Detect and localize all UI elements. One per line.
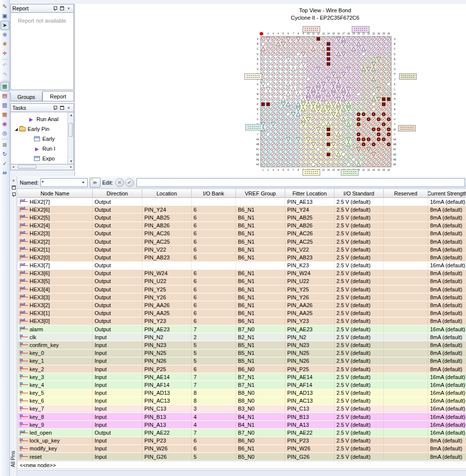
- current-strength-cell[interactable]: 8mA (default): [428, 310, 466, 317]
- io-standard-cell[interactable]: 2.5 V (default): [334, 222, 384, 229]
- vref-group-cell[interactable]: B6_N1: [236, 214, 285, 221]
- location-cell[interactable]: PIN_AC13: [142, 397, 192, 405]
- direction-cell[interactable]: Output: [93, 214, 142, 221]
- reserved-cell[interactable]: [384, 214, 428, 221]
- fitter-location-cell[interactable]: PIN_V22: [285, 246, 334, 253]
- location-cell[interactable]: PIN_AE22: [142, 429, 192, 436]
- vref-group-cell[interactable]: B5_N1: [236, 349, 285, 357]
- io-standard-cell[interactable]: 2.5 V (default): [334, 317, 384, 325]
- current-strength-cell[interactable]: 8mA (default): [428, 357, 466, 365]
- current-strength-cell[interactable]: 16mA (default): [428, 198, 466, 205]
- report-pin-icon[interactable]: [52, 5, 58, 11]
- io-bank-cell[interactable]: 7: [192, 381, 236, 388]
- location-cell[interactable]: PIN_V22: [142, 246, 192, 253]
- io-standard-cell[interactable]: 2.5 V (default): [334, 230, 384, 237]
- fitter-location-cell[interactable]: PIN_Y24: [285, 206, 334, 213]
- direction-cell[interactable]: Input: [93, 445, 142, 452]
- current-strength-cell[interactable]: 8mA (default): [428, 286, 466, 293]
- vref-group-cell[interactable]: B2_N1: [236, 333, 285, 341]
- direction-cell[interactable]: Output: [93, 301, 142, 309]
- report-view-icon[interactable]: ▥: [0, 100, 9, 110]
- location-cell[interactable]: PIN_G26: [142, 453, 192, 460]
- location-cell[interactable]: PIN_W24: [142, 270, 192, 277]
- current-strength-cell[interactable]: 16mA (default): [428, 373, 466, 381]
- pin-row-HEX2-7-[interactable]: out▸HEX2[7]OutputPIN_AE132.5 V (default)…: [18, 198, 466, 206]
- vref-group-cell[interactable]: B7_N0: [236, 429, 285, 436]
- direction-cell[interactable]: Output: [93, 325, 142, 333]
- reserved-cell[interactable]: [384, 246, 428, 253]
- reserved-cell[interactable]: [384, 222, 428, 229]
- reserved-cell[interactable]: [384, 270, 428, 277]
- current-strength-cell[interactable]: 8mA (default): [428, 270, 466, 277]
- pin-list-icon[interactable]: ▤: [0, 91, 9, 100]
- io-standard-cell[interactable]: 2.5 V (default): [334, 357, 384, 365]
- io-standard-cell[interactable]: 2.5 V (default): [334, 278, 384, 285]
- location-cell[interactable]: PIN_N2: [142, 333, 192, 341]
- edit-value-input[interactable]: [136, 178, 465, 187]
- location-cell[interactable]: PIN_U22: [142, 278, 192, 285]
- fitter-location-cell[interactable]: PIN_AA25: [285, 310, 334, 317]
- fitter-location-cell[interactable]: PIN_AB25: [285, 214, 334, 221]
- column-header-vref-group[interactable]: VREF Group: [236, 189, 285, 197]
- location-cell[interactable]: PIN_Y24: [142, 206, 192, 213]
- report-float-icon[interactable]: [59, 5, 65, 11]
- current-strength-cell[interactable]: 16mA (default): [428, 262, 466, 269]
- io-standard-cell[interactable]: 2.5 V (default): [334, 214, 384, 221]
- reserved-cell[interactable]: [384, 413, 428, 420]
- reserved-cell[interactable]: [384, 437, 428, 444]
- vref-group-cell[interactable]: B5_N1: [236, 357, 285, 365]
- vref-group-cell[interactable]: B6_N1: [236, 310, 285, 317]
- pin-row-key-2[interactable]: in◂key_2InputPIN_P256B6_N0PIN_P252.5 V (…: [18, 365, 466, 373]
- io-bank-cell[interactable]: 5: [192, 453, 236, 460]
- reserved-cell[interactable]: [384, 373, 428, 381]
- direction-cell[interactable]: Input: [93, 405, 142, 413]
- location-cell[interactable]: PIN_AC26: [142, 230, 192, 237]
- io-standard-cell[interactable]: 2.5 V (default): [334, 286, 384, 293]
- group-view-icon[interactable]: ▦: [0, 110, 9, 119]
- io-bank-cell[interactable]: 6: [192, 445, 236, 452]
- column-header-i-o-bank[interactable]: I/O Bank: [192, 189, 236, 197]
- location-cell[interactable]: PIN_N25: [142, 349, 192, 357]
- location-cell[interactable]: PIN_AC25: [142, 238, 192, 245]
- reserved-cell[interactable]: [384, 381, 428, 388]
- tree-expander-icon[interactable]: ◢: [14, 127, 19, 131]
- io-bank-cell[interactable]: 6: [192, 206, 236, 213]
- fitter-location-cell[interactable]: PIN_W24: [285, 270, 334, 277]
- fitter-location-cell[interactable]: PIN_AA26: [285, 301, 334, 309]
- fitter-location-cell[interactable]: PIN_Y25: [285, 286, 334, 293]
- report-close-icon[interactable]: ×: [66, 5, 72, 11]
- fitter-location-cell[interactable]: PIN_AC25: [285, 238, 334, 245]
- current-strength-cell[interactable]: 8mA (default): [428, 254, 466, 261]
- current-strength-cell[interactable]: 8mA (default): [428, 333, 466, 341]
- io-standard-cell[interactable]: 2.5 V (default): [334, 445, 384, 452]
- tasks-horizontal-scrollbar[interactable]: ◂ ▸: [10, 164, 74, 170]
- undo-icon[interactable]: ↶: [0, 61, 9, 70]
- io-bank-cell[interactable]: 7: [192, 325, 236, 333]
- fitter-location-cell[interactable]: PIN_Y23: [285, 317, 334, 325]
- pin-row-HEX3-1-[interactable]: out▸HEX3[1]OutputPIN_AA256B6_N1PIN_AA252…: [18, 310, 466, 317]
- check-legal-icon[interactable]: ✓: [0, 159, 9, 168]
- io-bank-cell[interactable]: 6: [192, 310, 236, 317]
- location-cell[interactable]: PIN_AB26: [142, 222, 192, 229]
- vref-group-cell[interactable]: [236, 262, 285, 269]
- current-strength-cell[interactable]: 8mA (default): [428, 230, 466, 237]
- io-standard-cell[interactable]: 2.5 V (default): [334, 381, 384, 388]
- column-header-i-o-standard[interactable]: I/O Standard: [334, 189, 384, 197]
- fitter-location-cell[interactable]: PIN_N26: [285, 357, 334, 365]
- vref-group-cell[interactable]: B6_N1: [236, 317, 285, 325]
- direction-cell[interactable]: Output: [93, 317, 142, 325]
- location-cell[interactable]: PIN_W26: [142, 445, 192, 452]
- pin-row-HEX3-3-[interactable]: out▸HEX3[3]OutputPIN_Y266B6_N1PIN_Y262.5…: [18, 293, 466, 301]
- pin-row-HEX2-1-[interactable]: out▸HEX2[1]OutputPIN_V226B6_N1PIN_V222.5…: [18, 246, 466, 254]
- current-strength-cell[interactable]: 8mA (default): [428, 317, 466, 325]
- location-cell[interactable]: [142, 262, 192, 269]
- current-strength-cell[interactable]: 16mA (default): [428, 421, 466, 428]
- reserved-cell[interactable]: [384, 397, 428, 405]
- fitter-location-cell[interactable]: PIN_Y26: [285, 293, 334, 301]
- fitter-location-cell[interactable]: PIN_G26: [285, 453, 334, 460]
- vref-group-cell[interactable]: B8_N0: [236, 397, 285, 405]
- io-bank-cell[interactable]: 5: [192, 349, 236, 357]
- fitter-location-cell[interactable]: PIN_AE13: [285, 198, 334, 205]
- zoom-tool-icon[interactable]: ⊕: [0, 30, 9, 39]
- location-cell[interactable]: PIN_AE14: [142, 373, 192, 381]
